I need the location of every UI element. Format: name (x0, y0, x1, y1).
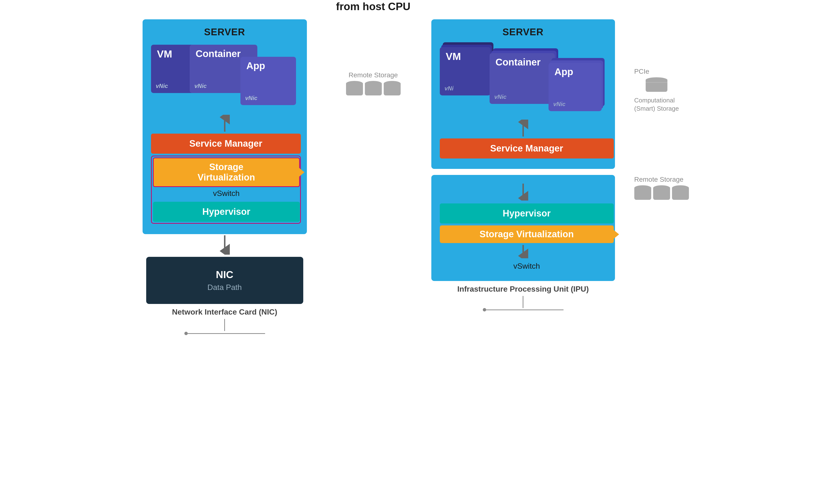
remote-storage-center: Remote Storage (346, 71, 401, 96)
ipu-vswitch: vSwitch (440, 260, 614, 272)
right-dot (483, 308, 486, 312)
right-service-manager-label: Service Manager (490, 143, 563, 153)
comp-db-body (646, 80, 667, 92)
left-bottom-section (184, 319, 265, 335)
right-up-arrow-svg (517, 120, 529, 137)
nic-subtitle-label: Data Path (166, 283, 284, 292)
nic-label-below: Network Interface Card (NIC) (172, 307, 278, 317)
remote-db-right-3 (672, 185, 689, 199)
diagram-wrapper: SERVER VM vNic Container vNic App vNic (0, 0, 831, 504)
r-container-main: Container vNic (490, 53, 555, 104)
left-app-block: App vNic (240, 57, 296, 105)
left-service-manager: Service Manager (151, 134, 301, 154)
offload-text: Storage offload from host CPU (334, 0, 412, 13)
right-container-label: Container (496, 57, 541, 67)
left-h-line (188, 333, 265, 334)
remote-storage-right-label: Remote Storage (634, 176, 689, 183)
left-storage-virt: Storage Virtualization (153, 157, 300, 187)
left-hypervisor: Hypervisor (153, 202, 300, 222)
left-server-box: SERVER VM vNic Container vNic App vNic (143, 19, 307, 234)
rdbr3-body (672, 188, 689, 200)
left-storage-virt-line2: Virtualization (157, 172, 295, 183)
left-storage-virt-arrow (299, 168, 305, 177)
left-up-arrow-svg (219, 115, 231, 132)
right-column: SERVER VM vNi Container vNic (431, 19, 629, 312)
ipu-down-arrow2-svg (517, 245, 529, 258)
right-extra-column: PCIe Computational (Smart) Storage Remot… (629, 19, 697, 200)
ipu-arrow-down2 (440, 245, 606, 258)
right-line-down (523, 296, 523, 308)
remote-storage-label-center: Remote Storage (349, 71, 398, 79)
center-column: Shared Storage PCIe (315, 0, 431, 96)
right-service-manager: Service Manager (440, 139, 614, 158)
ipu-down-arrow-svg (517, 184, 529, 201)
right-arrow-up-container (440, 120, 606, 137)
ipu-storage-arrow (614, 230, 619, 239)
comp-line2: (Smart) Storage (634, 105, 679, 113)
left-vnic1-label: vNic (156, 83, 168, 89)
r-app-main: App vNic (548, 63, 602, 111)
right-server-box: SERVER VM vNi Container vNic (431, 19, 615, 169)
computational-storage-label: Computational (Smart) Storage (634, 96, 679, 113)
remote-storage-icons (346, 81, 401, 96)
left-remote-line-container (184, 332, 265, 335)
left-dot (184, 332, 188, 335)
rdbr2-body (653, 188, 670, 200)
remote-db-3 (384, 81, 401, 94)
ipu-hypervisor: Hypervisor (440, 203, 614, 224)
ipu-storage-virt-label: Storage Virtualization (480, 229, 574, 239)
remote-db-1 (346, 81, 363, 94)
r-vm-main: VM vNi (440, 47, 490, 95)
left-vswitch: vSwitch (153, 187, 300, 200)
comp-line1: Computational (634, 96, 679, 105)
ipu-box: Hypervisor Storage Virtualization (431, 175, 615, 281)
pcie-right-info: PCIe Computational (Smart) Storage (634, 68, 679, 113)
left-arrow-up-container (151, 115, 298, 132)
rdb3-body (384, 83, 401, 95)
left-server-label: SERVER (151, 27, 298, 37)
left-app-label: App (247, 60, 265, 71)
computational-storage-icon (646, 77, 667, 93)
left-down-arrow-container (219, 235, 231, 256)
ipu-label-below: Infrastructure Processing Unit (IPU) (431, 285, 615, 294)
left-vnic2-label: vNic (195, 83, 207, 89)
pcie-right-section: PCIe Computational (Smart) Storage (634, 68, 679, 113)
left-down-arrow-svg (219, 235, 231, 255)
right-vm-label: VM (446, 51, 461, 62)
pcie-right-label: PCIe (634, 68, 649, 76)
left-storage-virt-line1: Storage (157, 162, 295, 172)
right-vnic1-label: vNi (445, 85, 454, 92)
remote-storage-right-section: Remote Storage (634, 176, 689, 200)
rdbr1-body (634, 188, 651, 200)
remote-db-right-1 (634, 185, 651, 199)
right-server-label: SERVER (440, 27, 606, 37)
left-container-label: Container (196, 48, 241, 59)
comp-db-line1 (646, 82, 667, 83)
left-vnic3-label: vNic (245, 95, 258, 101)
right-app-label: App (554, 66, 573, 77)
right-vnic3-label: vNic (553, 101, 566, 108)
remote-db-2 (365, 81, 382, 94)
ipu-arrow-down (440, 184, 606, 201)
offload-line2: from host CPU (334, 0, 412, 13)
left-vm-label: VM (157, 48, 172, 60)
remote-db-right-2 (653, 185, 670, 199)
right-vm-stack: VM vNi Container vNic App vNic (440, 42, 614, 115)
left-service-manager-label: Service Manager (189, 139, 262, 149)
nic-title-label: NIC (166, 269, 284, 280)
remote-storage-right-icons (634, 185, 689, 200)
rdb1-body (346, 83, 363, 95)
right-bottom-section (431, 296, 615, 312)
right-h-line (486, 309, 564, 310)
nic-box: NIC Data Path (146, 257, 303, 304)
left-vm-stack: VM vNic Container vNic App vNic (151, 42, 301, 110)
ipu-storage-virt: Storage Virtualization (440, 226, 614, 243)
rdb2-body (365, 83, 382, 95)
right-vnic2-label: vNic (494, 93, 507, 100)
left-pink-group: Storage Virtualization vSwitch Hyperviso… (151, 156, 301, 224)
left-column: SERVER VM vNic Container vNic App vNic (134, 19, 315, 335)
left-line-to-remote (224, 319, 225, 331)
right-dot-line (483, 308, 564, 312)
